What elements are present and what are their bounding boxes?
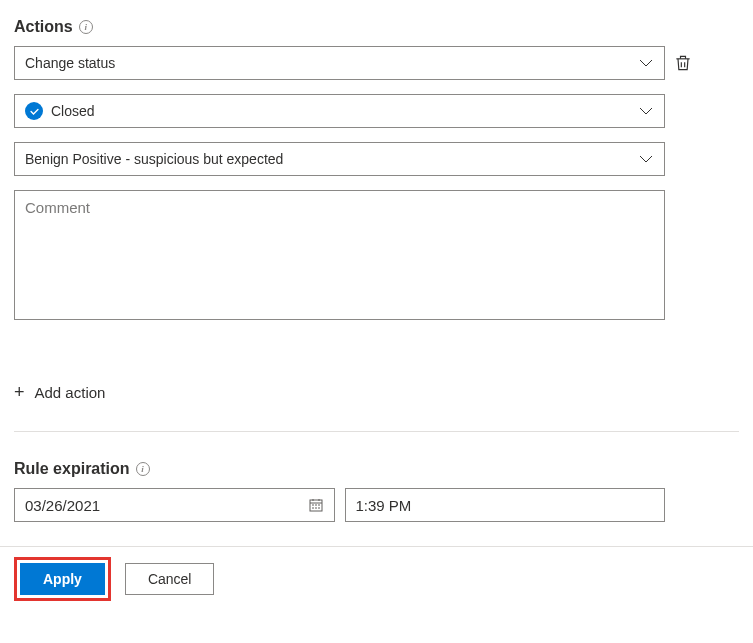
classification-dropdown[interactable]: Benign Positive - suspicious but expecte… <box>14 142 665 176</box>
expiration-date-value: 03/26/2021 <box>25 497 100 514</box>
info-icon[interactable]: i <box>79 20 93 34</box>
apply-highlight: Apply <box>14 557 111 601</box>
chevron-down-icon <box>638 55 654 71</box>
status-value: Closed <box>51 103 95 119</box>
plus-icon: + <box>14 383 25 401</box>
status-dropdown[interactable]: Closed <box>14 94 665 128</box>
chevron-down-icon <box>638 151 654 167</box>
footer: Apply Cancel <box>14 557 739 601</box>
divider <box>0 546 753 547</box>
chevron-down-icon <box>638 103 654 119</box>
check-icon <box>25 102 43 120</box>
add-action-button[interactable]: + Add action <box>14 383 739 401</box>
comment-textarea[interactable] <box>14 190 665 320</box>
classification-value: Benign Positive - suspicious but expecte… <box>25 151 283 167</box>
change-status-dropdown[interactable]: Change status <box>14 46 665 80</box>
rule-expiration-label: Rule expiration <box>14 460 130 478</box>
expiration-time-input[interactable]: 1:39 PM <box>345 488 666 522</box>
rule-expiration-heading: Rule expiration i <box>14 460 739 478</box>
expiration-time-value: 1:39 PM <box>356 497 412 514</box>
calendar-icon[interactable] <box>308 497 324 513</box>
divider <box>14 431 739 432</box>
cancel-button[interactable]: Cancel <box>125 563 215 595</box>
actions-label: Actions <box>14 18 73 36</box>
expiration-date-input[interactable]: 03/26/2021 <box>14 488 335 522</box>
change-status-value: Change status <box>25 55 115 71</box>
apply-button[interactable]: Apply <box>20 563 105 595</box>
actions-heading: Actions i <box>14 18 739 36</box>
delete-icon[interactable] <box>673 53 693 73</box>
add-action-label: Add action <box>35 384 106 401</box>
info-icon[interactable]: i <box>136 462 150 476</box>
